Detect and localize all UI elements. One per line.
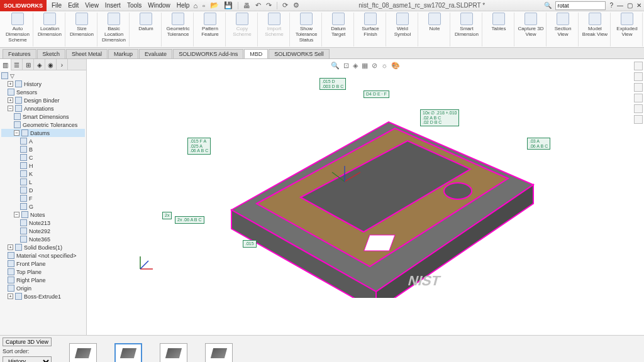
tree-datum-item[interactable]: H	[1, 162, 85, 170]
side-tab-display[interactable]: ◉	[45, 59, 57, 70]
tree-note-item[interactable]: Note292	[1, 227, 85, 235]
tree-top[interactable]: Top Plane	[1, 268, 85, 276]
tab-mbd[interactable]: MBD	[244, 49, 268, 58]
tree-solid[interactable]: +Solid Bodies(1)	[1, 243, 85, 251]
menu-window[interactable]: Window	[148, 2, 170, 9]
ribbon-datum[interactable]: Datum	[133, 13, 159, 31]
display-style-icon[interactable]: ▦	[362, 62, 368, 70]
menu-tools[interactable]: Tools	[127, 2, 142, 9]
new-icon[interactable]: ▫	[203, 2, 205, 9]
ribbon-surface-finish[interactable]: Surface Finish	[357, 13, 384, 37]
gtol-callout[interactable]: .015 D .003 D B C	[319, 78, 346, 90]
ribbon-basic-location-dimension[interactable]: Basic Location Dimension	[101, 13, 127, 43]
menu-help[interactable]: Help	[177, 2, 190, 9]
tab-sketch[interactable]: Sketch	[37, 49, 66, 58]
tab-features[interactable]: Features	[3, 49, 36, 58]
view-thumb[interactable]: MBD_A	[69, 343, 97, 362]
ribbon-datum-target[interactable]: Datum Target	[325, 13, 352, 37]
rebuild-icon[interactable]: ⟳	[282, 1, 288, 9]
zoom-area-icon[interactable]: ⊡	[343, 62, 349, 70]
gtol-callout[interactable]: 2x .06 A B C	[175, 216, 204, 224]
gtol-callout[interactable]: .03 A .06 A B C	[527, 138, 550, 150]
menu-edit[interactable]: Edit	[68, 2, 79, 9]
tree-datum-item[interactable]: G	[1, 202, 85, 211]
tree-origin[interactable]: Origin	[1, 284, 85, 292]
ribbon-size-dimension[interactable]: Size Dimension	[69, 13, 95, 37]
save-icon[interactable]: 💾	[224, 1, 233, 9]
options-icon[interactable]: ⚙	[293, 1, 299, 9]
search-input[interactable]	[555, 1, 606, 10]
ribbon-geometric-tolerance[interactable]: Geometric Tolerance	[165, 13, 191, 37]
tree-datum-item[interactable]: D	[1, 186, 85, 194]
view-triad[interactable]	[137, 253, 156, 272]
undo-icon[interactable]: ↶	[255, 1, 261, 9]
ribbon-capture-3d-view[interactable]: Capture 3D View	[518, 13, 544, 37]
side-tab-tree[interactable]: ▥	[0, 59, 11, 70]
taskpane-appearance-icon[interactable]	[634, 94, 643, 102]
tab-solidworks-add-ins[interactable]: SOLIDWORKS Add-Ins	[173, 49, 243, 58]
appearance-icon[interactable]: 🎨	[391, 62, 400, 70]
tree-annotations[interactable]: −Annotations	[1, 104, 85, 112]
ribbon-pattern-feature[interactable]: Pattern Feature	[197, 13, 223, 37]
ribbon-section-view[interactable]: Section View	[550, 13, 576, 37]
tree-geo-tol[interactable]: Geometric Tolerances	[1, 121, 85, 129]
taskpane-custom-icon[interactable]	[634, 104, 643, 113]
minimize-icon[interactable]: —	[617, 2, 623, 9]
section-icon[interactable]: ⊘	[372, 62, 377, 70]
ribbon-smart-dimension[interactable]: Smart Dimension	[453, 13, 480, 37]
tree-boss[interactable]: +Boss-Extrude1	[1, 292, 85, 300]
tree-right[interactable]: Right Plane	[1, 276, 85, 284]
ribbon-model-break-view[interactable]: Model Break View	[582, 13, 608, 37]
tree-datum-item[interactable]: F	[1, 194, 85, 202]
viewport[interactable]: 🔍 ⊡ ◈ ▦ ⊘ ☼ 🎨 NIST	[87, 59, 644, 335]
view-thumb[interactable]: MBD_C	[160, 343, 187, 362]
view-thumb[interactable]: MBD_D	[205, 343, 233, 362]
help-icon[interactable]: ?	[609, 2, 613, 9]
tree-note-item[interactable]: Note365	[1, 235, 85, 243]
capture-3d-button[interactable]: Capture 3D View	[3, 337, 52, 346]
tree-datum-item[interactable]: A	[1, 137, 85, 145]
tree-datum-item[interactable]: B	[1, 145, 85, 153]
tree-datum-item[interactable]: L	[1, 178, 85, 186]
menu-insert[interactable]: Insert	[105, 2, 121, 9]
tree-front[interactable]: Front Plane	[1, 260, 85, 268]
tab-evaluate[interactable]: Evaluate	[139, 49, 172, 58]
sort-select[interactable]: History	[3, 356, 52, 362]
tab-solidworks-sell[interactable]: SOLIDWORKS Sell	[269, 49, 330, 58]
tree-filter[interactable]: ▽	[1, 72, 85, 80]
ribbon-show-tolerance-status[interactable]: Show Tolerance Status	[293, 13, 319, 43]
taskpane-resources-icon[interactable]	[634, 62, 643, 70]
tree-material[interactable]: Material <not specified>	[1, 251, 85, 260]
side-tab-props[interactable]: ☰	[11, 59, 23, 70]
tree-binder[interactable]: +Design Binder	[1, 96, 85, 104]
gtol-callout[interactable]: .015	[243, 240, 257, 248]
tree-smart-dim[interactable]: Smart Dimensions	[1, 112, 85, 121]
view-thumb[interactable]: MBD_B	[114, 343, 142, 362]
side-tab-dimxpert[interactable]: ◈	[34, 59, 45, 70]
redo-icon[interactable]: ↷	[266, 1, 272, 9]
taskpane-props-icon[interactable]	[634, 83, 643, 92]
view-orient-icon[interactable]: ◈	[353, 62, 358, 70]
ribbon-note[interactable]: Note	[421, 13, 448, 31]
ribbon-exploded-view[interactable]: Exploded View	[614, 13, 640, 37]
tree-datum-item[interactable]: C	[1, 153, 85, 162]
side-tab-config[interactable]: ⊞	[23, 59, 34, 70]
menu-view[interactable]: View	[85, 2, 99, 9]
ribbon-tables[interactable]: Tables	[486, 13, 512, 31]
tree-datums[interactable]: −Datums	[1, 129, 85, 137]
ribbon-weld-symbol[interactable]: Weld Symbol	[389, 13, 416, 37]
gtol-callout[interactable]: 2x	[162, 212, 172, 219]
gtol-callout[interactable]: D4 D E · F	[364, 90, 389, 98]
ribbon-auto-dimension-scheme[interactable]: Auto Dimension Scheme	[4, 13, 31, 43]
side-tab-more[interactable]: ›	[57, 59, 68, 70]
tab-markup[interactable]: Markup	[108, 49, 138, 58]
close-icon[interactable]: ✕	[636, 2, 641, 9]
gtol-callout[interactable]: 10x ∅ .218 +.010 .02 A B C .02 D B C	[420, 109, 459, 126]
tree-datum-item[interactable]: K	[1, 170, 85, 178]
search-icon[interactable]: 🔍	[544, 2, 552, 9]
taskpane-design-icon[interactable]	[634, 72, 643, 81]
gtol-callout[interactable]: .015 F A .025 A .06 A B C	[187, 138, 211, 155]
tree-history[interactable]: +History	[1, 80, 85, 88]
tree-note-item[interactable]: Note213	[1, 219, 85, 227]
tree-notes[interactable]: −Notes	[1, 211, 85, 219]
